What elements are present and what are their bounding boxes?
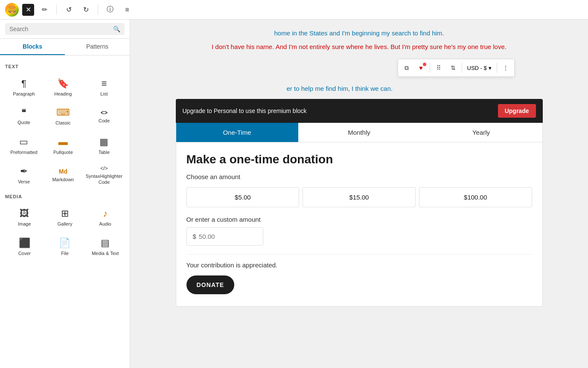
paragraph-label: Paragraph [13,91,35,97]
move-up-down[interactable]: ⇅ [446,61,460,75]
block-gallery[interactable]: ⊞ Gallery [46,203,84,231]
tab-blocks[interactable]: Blocks [0,39,65,55]
heart-icon: ♥ [419,64,422,71]
image-icon: 🖼 [20,208,29,219]
appreciation-text: Your contribution is appreciated. [186,261,532,269]
markdown-label: Markdown [52,177,74,183]
block-heading[interactable]: 🔖 Heading [44,73,82,101]
duplicate-button[interactable]: ⧉ [400,61,413,75]
cover-label: Cover [18,250,31,256]
donate-button[interactable]: DONATE [186,275,235,294]
upgrade-button[interactable]: Upgrade [498,104,536,118]
list-label: List [100,91,108,97]
undo-button[interactable]: ↺ [62,3,76,17]
block-paragraph[interactable]: ¶ Paragraph [5,73,43,101]
more-options-button[interactable]: ⋮ [499,61,512,75]
block-cover[interactable]: ⬛ Cover [5,233,44,260]
amount-buttons: $5.00 $15.00 $100.00 [186,187,532,207]
upgrade-banner: Upgrade to Personal to use this premium … [176,99,543,123]
custom-input-wrapper: $ [186,227,263,246]
block-code[interactable]: <> Code [84,102,125,130]
menu-button[interactable]: ≡ [120,3,134,17]
redo-button[interactable]: ↻ [79,3,93,17]
classic-icon: ⌨ [56,107,70,118]
block-file[interactable]: 📄 File [46,233,84,260]
toolbar-divider [430,63,430,73]
syntax-icon: </> [100,165,108,171]
toolbar-divider [56,5,57,15]
list-icon: ≡ [101,78,107,89]
search-wrapper: 🔍 [5,23,125,35]
toolbar-divider-2 [462,63,462,73]
gallery-label: Gallery [58,221,73,227]
move-handle[interactable]: ⠿ [432,61,445,75]
chevron-down-icon: ▾ [489,65,492,71]
text-block-grid: ¶ Paragraph 🔖 Heading ≡ List ❝ Quote ⌨ [5,73,125,189]
block-audio[interactable]: ♪ Audio [86,203,125,231]
divider [186,254,532,255]
block-syntax[interactable]: </> SyntaxHighlighter Code [84,161,125,189]
preformatted-icon: ▭ [19,136,28,148]
amount-15[interactable]: $15.00 [303,187,416,207]
editor-content: home in the States and I'm beginning my … [176,28,543,307]
block-table[interactable]: ▦ Table [84,132,125,159]
blog-text-top: home in the States and I'm beginning my … [176,28,543,38]
file-label: File [61,250,69,256]
heading-label: Heading [54,91,72,97]
currency-symbol: $ [193,233,196,240]
sidebar-content: TEXT ¶ Paragraph 🔖 Heading ≡ List ❝ Quot… [0,55,130,368]
toolbar-divider-3 [497,63,497,73]
search-icon[interactable]: 🔍 [113,26,120,32]
table-label: Table [99,149,110,155]
tab-monthly[interactable]: Monthly [298,123,420,142]
upgrade-banner-text: Upgrade to Personal to use this premium … [183,107,307,114]
classic-label: Classic [55,120,70,126]
pullquote-label: Pullquote [53,149,73,155]
duplicate-icon: ⧉ [405,64,409,72]
app-logo: 🍔 [5,3,19,17]
heart-button[interactable]: ♥ [414,61,428,75]
gallery-icon: ⊞ [61,208,69,219]
info-button[interactable]: ⓘ [103,3,117,17]
donation-tabs: One-Time Monthly Yearly [176,123,542,142]
tab-patterns[interactable]: Patterns [65,39,130,55]
block-list[interactable]: ≡ List [84,73,125,101]
custom-amount-input[interactable] [199,233,242,240]
heading-icon: 🔖 [57,78,69,89]
main-layout: 🔍 Blocks Patterns TEXT ¶ Paragraph 🔖 Hea… [0,20,588,368]
sidebar-tabs: Blocks Patterns [0,39,130,55]
currency-button[interactable]: USD - $ ▾ [464,65,495,71]
amount-100[interactable]: $100.00 [419,187,532,207]
block-image[interactable]: 🖼 Image [5,203,44,231]
audio-label: Audio [99,221,111,227]
tab-one-time[interactable]: One-Time [176,123,298,142]
block-classic[interactable]: ⌨ Classic [44,102,82,130]
sidebar: 🔍 Blocks Patterns TEXT ¶ Paragraph 🔖 Hea… [0,20,130,368]
amount-5[interactable]: $5.00 [186,187,300,207]
verse-label: Verse [18,179,30,185]
notification-dot [423,63,426,66]
markdown-icon: Md [59,168,67,175]
block-preformatted[interactable]: ▭ Preformatted [5,132,43,159]
block-media-text[interactable]: ▤ Media & Text [86,233,125,260]
audio-icon: ♪ [103,208,108,219]
quote-icon: ❝ [21,107,26,118]
block-markdown[interactable]: Md Markdown [44,161,82,189]
donation-title: Make a one-time donation [186,153,532,166]
choose-label: Choose an amount [186,173,532,180]
tab-yearly[interactable]: Yearly [420,123,542,142]
donation-block: One-Time Monthly Yearly Make a one-time … [176,123,543,307]
block-verse[interactable]: ✒ Verse [5,161,43,189]
code-icon: <> [101,109,108,116]
block-toolbar: ⧉ ♥ ⠿ ⇅ USD - $ ▾ [398,59,515,77]
partial-text: er to help me find him, I think we can. [176,84,543,94]
block-pullquote[interactable]: ▬ Pullquote [44,132,82,159]
image-label: Image [18,221,31,227]
custom-label: Or enter a custom amount [186,216,532,223]
pullquote-icon: ▬ [58,136,68,148]
search-input[interactable] [9,26,113,32]
pen-button[interactable]: ✏ [38,3,51,17]
close-button[interactable]: ✕ [22,4,34,16]
file-icon: 📄 [59,238,70,249]
block-quote[interactable]: ❝ Quote [5,102,43,130]
